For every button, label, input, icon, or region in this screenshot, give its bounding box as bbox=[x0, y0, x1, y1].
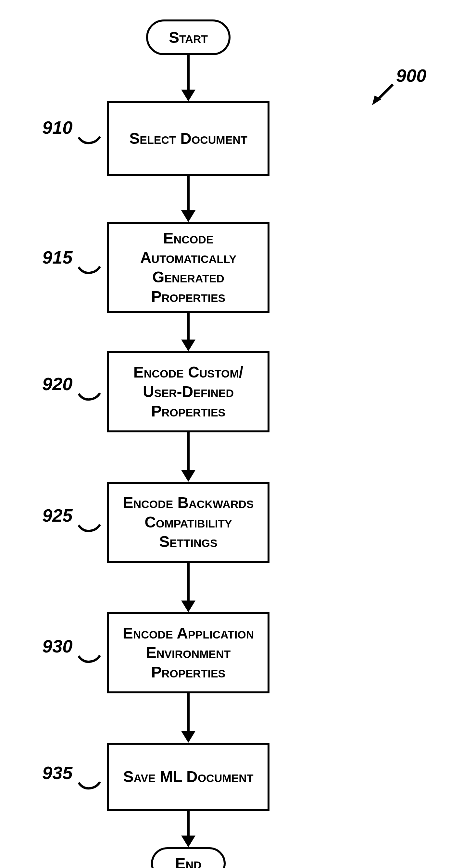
step-925-text: Encode Backwards Compatibility Settings bbox=[119, 493, 258, 552]
arrow-head-start-to-910 bbox=[181, 90, 195, 101]
end-terminator: End bbox=[151, 847, 226, 868]
arrow-head-910-to-915 bbox=[181, 210, 195, 222]
start-terminator: Start bbox=[146, 20, 230, 55]
ref-910: 910 bbox=[42, 117, 72, 138]
step-910-select-document: Select Document bbox=[107, 101, 270, 176]
arrow-start-to-910 bbox=[187, 55, 190, 91]
arrow-935-to-end bbox=[187, 811, 190, 837]
step-910-text: Select Document bbox=[129, 129, 247, 148]
step-915-encode-auto-properties: Encode Automatically Generated Propertie… bbox=[107, 222, 270, 313]
ref-925: 925 bbox=[42, 505, 72, 526]
ref-tail-920 bbox=[78, 391, 101, 403]
arrow-910-to-915 bbox=[187, 176, 190, 212]
step-920-encode-custom-properties: Encode Custom/ User-Defined Properties bbox=[107, 351, 270, 432]
ref-915: 915 bbox=[42, 247, 72, 268]
step-915-text: Encode Automatically Generated Propertie… bbox=[119, 228, 258, 306]
arrow-head-935-to-end bbox=[181, 836, 195, 847]
step-935-text: Save ML Document bbox=[123, 767, 253, 786]
ref-935: 935 bbox=[42, 762, 72, 783]
step-930-encode-app-env-properties: Encode Application Environment Propertie… bbox=[107, 612, 270, 693]
start-label: Start bbox=[169, 29, 208, 46]
ref-tail-925 bbox=[78, 523, 101, 534]
ref-tail-930 bbox=[78, 653, 101, 665]
ref-tail-935 bbox=[78, 780, 101, 792]
ref-930: 930 bbox=[42, 636, 72, 657]
flowchart-canvas: 900 Start 910 Select Document 915 Encode… bbox=[0, 0, 463, 868]
step-920-text: Encode Custom/ User-Defined Properties bbox=[119, 363, 258, 421]
step-935-save-ml-document: Save ML Document bbox=[107, 743, 270, 811]
arrow-head-930-to-935 bbox=[181, 731, 195, 743]
end-label: End bbox=[175, 855, 201, 868]
ref-tail-910 bbox=[78, 135, 101, 146]
step-925-encode-compat-settings: Encode Backwards Compatibility Settings bbox=[107, 482, 270, 563]
arrow-920-to-925 bbox=[187, 432, 190, 471]
step-930-text: Encode Application Environment Propertie… bbox=[119, 624, 258, 682]
ref-tail-915 bbox=[78, 265, 101, 276]
arrow-930-to-935 bbox=[187, 693, 190, 732]
ref-920: 920 bbox=[42, 373, 72, 394]
figure-reference-arrow bbox=[370, 81, 396, 107]
arrow-915-to-920 bbox=[187, 313, 190, 341]
arrow-head-925-to-930 bbox=[181, 600, 195, 612]
arrow-head-915-to-920 bbox=[181, 340, 195, 351]
arrow-925-to-930 bbox=[187, 563, 190, 602]
arrow-head-920-to-925 bbox=[181, 470, 195, 482]
figure-reference-900: 900 bbox=[396, 65, 426, 86]
